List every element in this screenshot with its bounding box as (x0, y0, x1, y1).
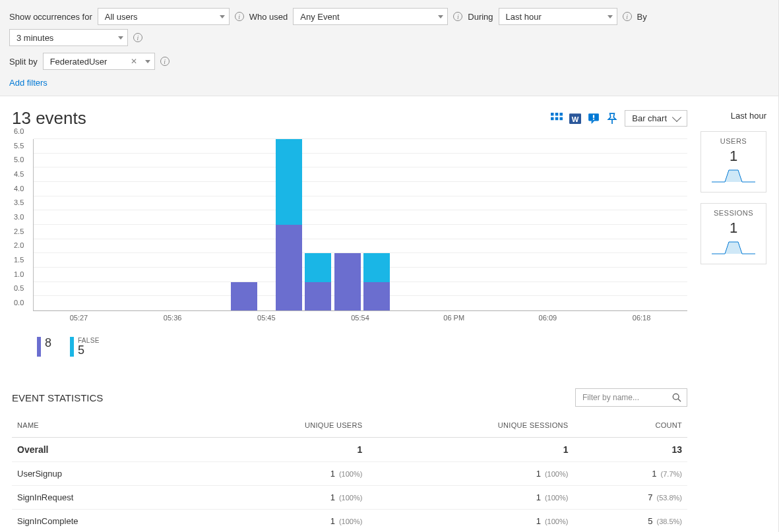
dropdown-split-by[interactable]: FederatedUser ✕ (43, 53, 155, 70)
svg-rect-1 (555, 113, 559, 116)
x-tick-label: 06 PM (443, 314, 464, 322)
legend-swatch (70, 337, 74, 357)
bar-segment-false (276, 139, 302, 225)
column-header[interactable]: UNIQUE SESSIONS (367, 413, 573, 438)
svg-point-11 (673, 394, 679, 399)
x-tick-label: 05:27 (70, 314, 88, 322)
bar-segment-false (305, 253, 331, 281)
word-export-icon[interactable]: W (569, 113, 581, 125)
info-icon[interactable]: i (453, 12, 462, 21)
sparkline-icon (710, 237, 757, 255)
bar-segment-undefined (363, 282, 390, 310)
info-icon[interactable]: i (133, 33, 142, 42)
grid-line (34, 153, 687, 154)
x-tick-label: 06:18 (633, 314, 651, 322)
svg-rect-0 (551, 113, 554, 116)
svg-rect-5 (560, 117, 563, 120)
svg-rect-2 (560, 113, 563, 116)
bar[interactable] (305, 253, 331, 310)
search-icon (672, 393, 681, 402)
bar[interactable] (276, 139, 302, 310)
chevron-down-icon (608, 15, 613, 18)
grid-view-icon[interactable] (551, 113, 563, 125)
mini-card-value: 1 (704, 148, 763, 165)
svg-rect-10 (593, 119, 594, 120)
table-row[interactable]: SignInComplete1(100%)1(100%)5(38.5%) (12, 510, 687, 533)
stats-table: NAMEUNIQUE USERSUNIQUE SESSIONSCOUNT Ove… (12, 413, 687, 532)
column-header[interactable]: UNIQUE USERS (194, 413, 367, 438)
bar-segment-undefined (276, 225, 302, 310)
add-filters-link[interactable]: Add filters (9, 78, 47, 88)
mini-card-title: SESSIONS (704, 209, 763, 217)
y-tick-label: 0.5 (14, 284, 24, 292)
y-tick-label: 0.0 (14, 299, 24, 307)
column-header[interactable]: NAME (12, 413, 194, 438)
column-header[interactable]: COUNT (573, 413, 687, 438)
dropdown-chart-type[interactable]: Bar chart (625, 110, 687, 127)
y-tick-label: 2.5 (14, 227, 24, 235)
grid-line (34, 138, 687, 139)
y-tick-label: 5.0 (14, 156, 24, 163)
chevron-down-icon (438, 15, 443, 18)
y-tick-label: 4.0 (14, 185, 24, 192)
label-during: During (468, 12, 493, 22)
y-tick-label: 1.5 (14, 256, 24, 264)
chart-toolbar: W Bar chart (551, 110, 687, 127)
pin-icon[interactable] (606, 113, 618, 125)
dropdown-users[interactable]: All users (98, 8, 230, 25)
legend-swatch (37, 337, 41, 357)
grid-line (34, 196, 687, 196)
bar[interactable] (231, 282, 257, 310)
label-occurrences: Show occurrences for (9, 12, 92, 22)
time-range-label: Last hour (701, 111, 766, 121)
bar-segment-undefined (231, 282, 257, 310)
mini-card[interactable]: SESSIONS1 (701, 203, 766, 264)
events-chart: 0.00.51.01.52.02.53.03.54.04.55.05.56.0 … (12, 139, 687, 357)
legend-value: 5 (78, 344, 100, 356)
legend-item[interactable]: 8 (37, 337, 51, 357)
chevron-down-icon (145, 60, 150, 63)
x-tick-label: 05:45 (257, 314, 276, 322)
chevron-down-icon (118, 36, 123, 40)
y-tick-label: 2.0 (14, 241, 24, 249)
grid-line (34, 224, 687, 225)
clear-icon[interactable]: ✕ (131, 57, 137, 66)
x-tick-label: 06:09 (539, 314, 557, 322)
mini-card-value: 1 (704, 220, 763, 237)
dropdown-by[interactable]: 3 minutes (9, 29, 128, 46)
svg-rect-9 (593, 115, 594, 118)
grid-line (34, 239, 687, 239)
feedback-icon[interactable] (588, 113, 600, 125)
bar[interactable] (334, 253, 361, 310)
bar-segment-false (363, 253, 390, 281)
dropdown-event[interactable]: Any Event (293, 8, 448, 25)
y-tick-label: 1.0 (14, 270, 24, 278)
table-row-overall[interactable]: Overall1113 (12, 438, 687, 462)
bar[interactable] (363, 253, 390, 310)
legend-item[interactable]: FALSE5 (70, 337, 100, 357)
info-icon[interactable]: i (160, 57, 170, 66)
stats-search-input[interactable] (581, 392, 660, 403)
stats-title: EVENT STATISTICS (12, 392, 103, 403)
page-title: 13 events (12, 108, 86, 129)
table-row[interactable]: SignInRequest1(100%)1(100%)7(53.8%) (12, 486, 687, 510)
svg-rect-3 (551, 117, 554, 120)
grid-line (34, 167, 687, 167)
chevron-down-icon (220, 15, 225, 18)
mini-card[interactable]: USERS1 (701, 131, 766, 192)
bar-segment-undefined (334, 253, 361, 310)
chevron-down-icon (672, 112, 681, 121)
dropdown-during[interactable]: Last hour (499, 8, 617, 25)
stats-search[interactable] (575, 388, 687, 407)
table-row[interactable]: UserSignup1(100%)1(100%)1(7.7%) (12, 462, 687, 486)
y-tick-label: 4.5 (14, 170, 24, 178)
svg-rect-4 (555, 117, 559, 120)
svg-line-12 (678, 399, 681, 401)
label-who-used: Who used (249, 12, 288, 22)
y-tick-label: 3.0 (14, 213, 24, 221)
info-icon[interactable]: i (235, 12, 244, 21)
sparkline-icon (710, 165, 757, 183)
info-icon[interactable]: i (623, 12, 632, 21)
mini-card-title: USERS (704, 137, 763, 145)
bar-segment-undefined (305, 282, 331, 310)
